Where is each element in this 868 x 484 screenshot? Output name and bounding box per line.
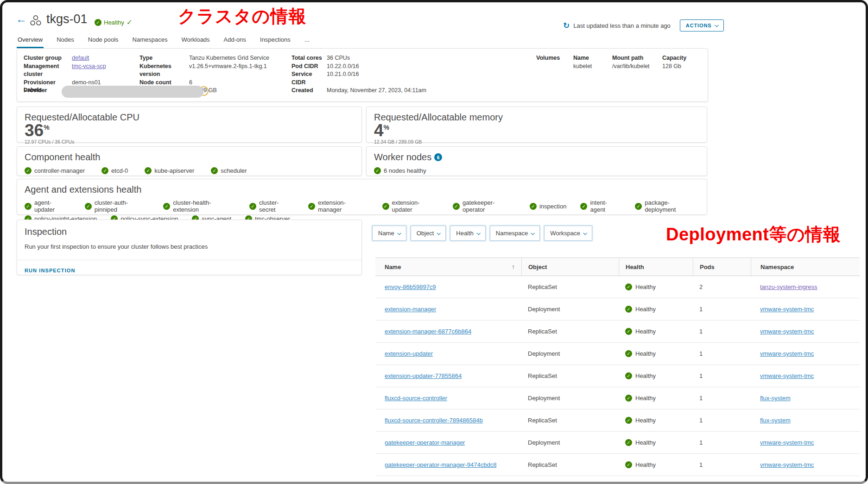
details-column-3: Total cores 36 CPUs Pod CIDR 10.22.0.0/1… <box>291 54 426 95</box>
check-circle-icon <box>635 203 642 210</box>
agent-health-item: agent-updater <box>25 199 71 213</box>
tab-item[interactable]: Namespaces <box>132 34 169 48</box>
chevron-down-icon <box>476 231 480 235</box>
component-health-item: etcd-0 <box>101 167 128 174</box>
tab-item[interactable]: Workloads <box>180 34 210 48</box>
pods-cell: 1 <box>693 461 751 468</box>
object-cell: ReplicaSet <box>521 372 619 379</box>
namespace-link[interactable]: flux-system <box>760 395 791 402</box>
cpu-detail: 12.97 CPUs / 36 CPUs <box>25 139 354 145</box>
tab-item[interactable]: Nodes <box>56 34 75 48</box>
tab-item[interactable]: ... <box>304 34 310 48</box>
workload-name-link[interactable]: fluxcd-source-controller-789486584b <box>385 417 483 424</box>
chevron-down-icon <box>437 231 441 235</box>
agent-health-item: inspection <box>530 199 567 213</box>
annotation-deployment-info: Deployment等の情報 <box>666 224 841 245</box>
namespace-link[interactable]: flux-system <box>760 417 791 424</box>
volume-name: kubelet <box>573 63 612 71</box>
volume-capacity: 128 Gb <box>662 63 686 71</box>
detail-value[interactable]: default <box>72 54 89 63</box>
check-circle-icon <box>625 328 632 335</box>
health-status-badge: Healthy ✓ <box>95 18 133 26</box>
agent-health-item: cluster-secret <box>249 199 294 213</box>
check-circle-icon <box>625 283 632 290</box>
workload-name-link[interactable]: envoy-86b59897c9 <box>385 283 436 290</box>
component-health-item: scheduler <box>211 167 247 174</box>
filter-dropdown-button[interactable]: Workspace <box>544 226 592 241</box>
agent-health-item: extension-manager <box>308 199 368 213</box>
table-header-row: Name ↑ Object Health Pods Namespace <box>375 258 860 276</box>
volume-mount-path: /var/lib/kubelet <box>612 63 662 71</box>
volume-col-name: Name <box>573 54 612 63</box>
workload-name-link[interactable]: gatekeeper-operator-manager-9474cbdc8 <box>385 461 496 468</box>
tab-item[interactable]: Inspections <box>259 34 291 48</box>
check-circle-icon <box>145 167 152 174</box>
worker-nodes-title: Worker nodes 6 <box>374 152 699 163</box>
table-row: gatekeeper-operator-manager-9474cbdc8 Re… <box>375 454 860 476</box>
detail-row: Pod CIDR 10.22.0.0/16 <box>291 63 426 71</box>
tab-item[interactable]: Node pools <box>87 34 120 48</box>
namespace-link[interactable]: vmware-system-tmc <box>760 439 814 446</box>
chevron-down-icon <box>531 231 535 235</box>
actions-button[interactable]: ACTIONS <box>680 19 724 31</box>
workloads-table: Name ↑ Object Health Pods Namespace envo… <box>375 258 860 476</box>
chevron-down-icon <box>715 23 718 27</box>
namespace-link[interactable]: vmware-system-tmc <box>760 461 814 468</box>
workload-name-link[interactable]: extension-manager <box>385 306 436 313</box>
filter-dropdown-button[interactable]: Health <box>450 226 486 241</box>
component-health-item: controller-manager <box>25 167 85 174</box>
workload-name-link[interactable]: gatekeeper-operator-manager <box>385 439 465 446</box>
agents-health-card: Agent and extensions health agent-update… <box>17 179 707 215</box>
check-circle-icon <box>625 372 632 379</box>
inspection-footer: RUN INSPECTION <box>17 260 361 280</box>
namespace-link[interactable]: vmware-system-tmc <box>760 372 814 379</box>
back-arrow-icon[interactable]: ← <box>16 13 26 25</box>
health-cell: Healthy <box>619 306 693 313</box>
detail-value: v1.26.5+vmware.2-fips.1-tkg.1 <box>189 63 267 79</box>
memory-usage-card: Requested/Allocatable memory 4% 12.34 GB… <box>366 107 707 143</box>
chevron-down-icon <box>583 231 587 235</box>
column-header-health[interactable]: Health <box>619 258 693 276</box>
pods-cell: 1 <box>693 439 751 446</box>
detail-value: 36 CPUs <box>327 54 350 63</box>
refresh-icon[interactable]: ↻ <box>563 22 570 30</box>
volume-col-capacity: Capacity <box>662 54 686 63</box>
last-updated-row: ↻ Last updated less than a minute ago AC… <box>563 19 724 31</box>
table-row: envoy-86b59897c9 ReplicaSet Healthy 2 ta… <box>375 276 860 298</box>
cluster-group-icon <box>30 15 42 28</box>
column-header-pods[interactable]: Pods <box>693 258 751 276</box>
filter-dropdown-button[interactable]: Object <box>411 226 446 241</box>
namespace-link[interactable]: tanzu-system-ingress <box>760 283 817 290</box>
check-circle-icon <box>211 167 218 174</box>
workload-name-link[interactable]: extension-manager-6877c6b864 <box>385 328 471 335</box>
detail-value[interactable]: tmc-vcsa-scp <box>72 63 106 79</box>
tab-item[interactable]: Add-ons <box>223 34 247 48</box>
check-circle-icon <box>453 203 460 210</box>
check-circle-icon <box>382 203 389 210</box>
table-row: extension-manager-6877c6b864 ReplicaSet … <box>375 321 860 343</box>
filter-dropdown-button[interactable]: Namespace <box>490 226 540 241</box>
column-header-name[interactable]: Name ↑ <box>375 258 521 276</box>
namespace-link[interactable]: vmware-system-tmc <box>760 306 814 313</box>
tab-item[interactable]: Overview <box>17 34 44 48</box>
column-header-namespace[interactable]: Namespace <box>751 258 860 276</box>
check-circle-icon <box>625 439 632 446</box>
pods-cell: 2 <box>693 283 751 290</box>
detail-row: Created Monday, November 27, 2023, 04:11… <box>291 87 426 95</box>
namespace-link[interactable]: vmware-system-tmc <box>760 328 814 335</box>
workload-name-link[interactable]: fluxcd-source-controller <box>385 395 447 402</box>
sort-ascending-icon[interactable]: ↑ <box>512 263 515 270</box>
namespace-link[interactable]: vmware-system-tmc <box>760 350 814 357</box>
run-inspection-button[interactable]: RUN INSPECTION <box>25 268 76 273</box>
object-cell: ReplicaSet <box>521 461 619 468</box>
filter-dropdown-button[interactable]: Name <box>372 226 406 241</box>
workload-name-link[interactable]: extension-updater-77855864 <box>385 372 462 379</box>
workload-name-link[interactable]: extension-updater <box>385 350 433 357</box>
memory-detail: 12.34 GB / 289.09 GB <box>374 139 699 145</box>
health-label: Healthy <box>104 19 124 26</box>
tab-bar: Overview Nodes Node pools Namespaces Wor… <box>17 34 310 48</box>
detail-row: Kubernetes version v1.26.5+vmware.2-fips… <box>139 63 269 79</box>
health-cell: Healthy <box>619 395 693 402</box>
column-header-object[interactable]: Object <box>521 258 619 276</box>
detail-value: 10.22.0.0/16 <box>327 63 359 71</box>
